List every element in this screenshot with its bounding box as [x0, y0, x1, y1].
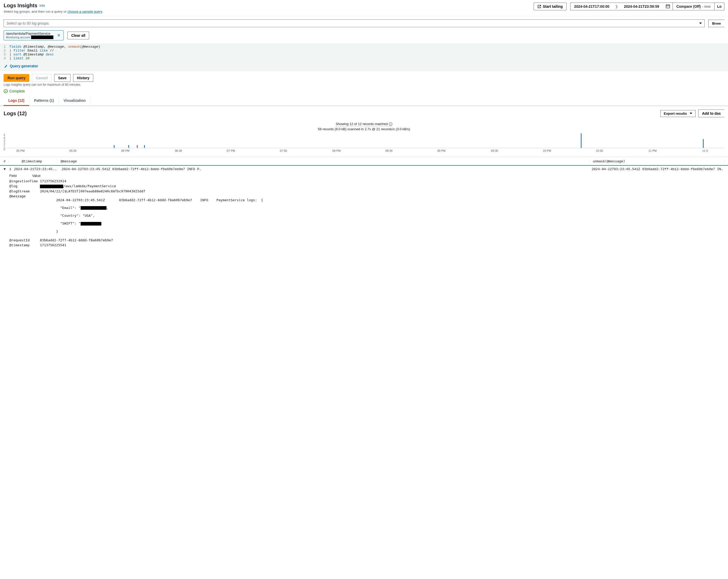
- log-group-select[interactable]: Select up to 50 log groups.: [4, 20, 705, 27]
- date-range-picker[interactable]: 2024-04-21T17:00:00 ❯ 2024-04-21T23:59:5…: [570, 3, 673, 10]
- external-icon: [538, 5, 541, 8]
- date-from: 2024-04-21T17:00:00: [570, 3, 613, 10]
- cell-timestamp: 2024-04-21T23:23:45.5…: [14, 167, 57, 171]
- compare-toggle[interactable]: Compare (Off) - new: [673, 3, 714, 10]
- tab-patterns[interactable]: Patterns (1): [29, 96, 59, 106]
- chart-bar: [703, 139, 704, 148]
- chart-bar: [581, 133, 581, 148]
- limit-note: Logs Insights query can run for maximum …: [0, 83, 728, 89]
- redacted: [40, 185, 63, 188]
- sample-query-link[interactable]: choose a sample query: [68, 9, 102, 13]
- export-results-button[interactable]: Export results: [660, 110, 696, 117]
- run-query-button[interactable]: Run query: [4, 74, 29, 82]
- chart-bar: [114, 145, 114, 148]
- magic-wand-icon: [4, 64, 8, 68]
- date-to: 2024-04-21T23:59:59: [620, 3, 663, 10]
- records-matched-text: Showing 12 of 12 records matched i: [336, 122, 392, 127]
- log-group-placeholder: Select up to 50 log groups.: [6, 21, 50, 25]
- chevron-right-icon: ❯: [613, 4, 620, 8]
- cancel-button: Cancel: [32, 74, 52, 82]
- svg-rect-0: [666, 5, 670, 8]
- cell-message: 2024-04-22T03:23:45.541Z 83b6add2-72ff-4…: [60, 167, 588, 171]
- info-icon[interactable]: i: [389, 122, 392, 126]
- row-number: 1: [9, 167, 12, 171]
- chip-remove-icon[interactable]: ✕: [56, 33, 61, 38]
- chart-bar: [144, 145, 145, 148]
- page-title: Logs Insights Info: [4, 3, 534, 8]
- start-tailing-button[interactable]: Start tailing: [534, 3, 567, 10]
- clear-all-button[interactable]: Clear all: [68, 32, 89, 39]
- chart-bar: [137, 145, 138, 148]
- svg-text:i: i: [390, 123, 391, 125]
- logs-section-title: Logs (12): [4, 111, 27, 116]
- history-button[interactable]: History: [73, 74, 93, 82]
- expand-toggle-icon[interactable]: ▼: [4, 167, 7, 171]
- chart-bar: [128, 145, 129, 148]
- chip-title: /aws/lambda/PaymentService: [6, 32, 53, 35]
- query-generator-link[interactable]: Query generator: [0, 61, 728, 71]
- redacted-swift: [81, 222, 101, 225]
- scan-stats-text: 58 records (8.0 kB) scanned in 2.7s @ 21…: [0, 127, 728, 131]
- table-row[interactable]: ▼ 1 2024-04-21T23:23:45.5… 2024-04-22T03…: [0, 166, 728, 173]
- browse-button[interactable]: Brow: [708, 20, 724, 27]
- cell-unmask: 2024-04-22T03:23:45.541Z 83b6add2-72ff-4…: [590, 167, 724, 171]
- save-button[interactable]: Save: [54, 74, 71, 82]
- caret-down-icon: [699, 23, 702, 24]
- tab-visualization[interactable]: Visualization: [59, 96, 90, 106]
- row-detail: Field Value @ingestionTime1713756232914 …: [0, 173, 728, 252]
- status-complete: Complete: [0, 89, 728, 96]
- check-circle-icon: [4, 89, 8, 93]
- subtitle: Select log groups, and then run a query …: [4, 9, 534, 13]
- redacted-account: [31, 35, 53, 39]
- table-header: # @timestamp @message unmask(@message): [0, 157, 728, 166]
- log-group-chip: /aws/lambda/PaymentService Monitoring ac…: [4, 30, 64, 40]
- info-link[interactable]: Info: [40, 4, 45, 7]
- calendar-icon[interactable]: [663, 4, 673, 9]
- query-editor[interactable]: 1fields @timestamp, @message, unmask(@me…: [0, 44, 728, 71]
- chip-subtitle: Monitoring account: [6, 36, 30, 39]
- caret-down-icon: [690, 113, 692, 114]
- redacted-email: [81, 206, 106, 210]
- add-to-dashboard-button[interactable]: Add to das: [698, 110, 724, 117]
- truncated-button[interactable]: Lo: [714, 3, 724, 10]
- tab-logs[interactable]: Logs (12): [4, 96, 29, 106]
- histogram-chart: 543210 05 PM05:3006 PM06:3007 PM07:3008 …: [0, 134, 728, 157]
